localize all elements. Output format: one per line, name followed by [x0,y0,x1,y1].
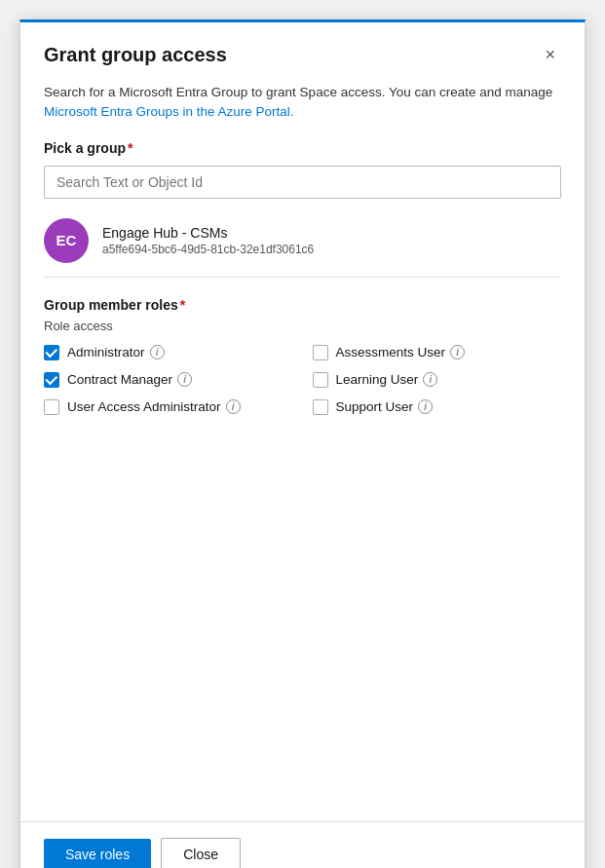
close-icon-button[interactable]: × [539,42,561,67]
save-roles-button[interactable]: Save roles [44,839,151,868]
role-item-contract-manager: Contract Manager i [44,372,293,388]
role-label-contract-manager: Contract Manager i [67,372,192,387]
role-access-label: Role access [44,319,561,333]
grant-group-access-modal: Grant group access × Search for a Micros… [19,19,586,868]
role-label-administrator: Administrator i [67,345,165,359]
group-name: Engage Hub - CSMs [102,225,314,241]
role-item-user-access-administrator: User Access Administrator i [44,399,293,415]
roles-grid: Administrator i Assessments User i [44,345,561,415]
role-label-learning-user: Learning User i [336,372,438,387]
roles-title: Group member roles* [44,297,561,313]
group-id: a5ffe694-5bc6-49d5-81cb-32e1df3061c6 [102,243,314,256]
info-icon-assessments-user[interactable]: i [450,345,465,359]
role-item-support-user: Support User i [313,399,562,415]
modal-footer: Save roles Close [20,821,585,868]
role-label-support-user: Support User i [336,399,434,414]
description-text: Search for a Microsoft Entra Group to gr… [44,83,561,123]
modal-body: Search for a Microsoft Entra Group to gr… [20,79,585,821]
pick-group-label: Pick a group* [44,140,561,156]
info-icon-contract-manager[interactable]: i [177,372,192,387]
required-star: * [128,140,132,156]
checkbox-support-user[interactable] [313,399,328,415]
modal-header: Grant group access × [20,22,585,79]
checkbox-learning-user[interactable] [313,372,328,388]
role-item-learning-user: Learning User i [313,372,562,388]
info-icon-support-user[interactable]: i [418,399,433,414]
info-icon-administrator[interactable]: i [150,345,165,359]
role-label-user-access-administrator: User Access Administrator i [67,399,241,414]
roles-section: Group member roles* Role access Administ… [44,297,561,415]
checkbox-assessments-user[interactable] [313,345,328,360]
checkbox-user-access-administrator[interactable] [44,399,59,415]
roles-required-star: * [180,297,185,313]
role-label-assessments-user: Assessments User i [336,345,466,359]
checkbox-administrator[interactable] [44,345,59,360]
group-avatar: EC [44,218,89,263]
info-icon-learning-user[interactable]: i [423,372,437,387]
search-input[interactable] [44,166,561,199]
group-info: Engage Hub - CSMs a5ffe694-5bc6-49d5-81c… [102,225,314,256]
close-button[interactable]: Close [161,838,241,868]
checkbox-contract-manager[interactable] [44,372,59,388]
azure-portal-link[interactable]: Microsoft Entra Groups in the Azure Port… [44,104,294,119]
role-item-assessments-user: Assessments User i [313,345,562,360]
modal-title: Grant group access [44,44,227,66]
info-icon-user-access-administrator[interactable]: i [226,399,241,414]
role-item-administrator: Administrator i [44,345,293,360]
selected-group-item: EC Engage Hub - CSMs a5ffe694-5bc6-49d5-… [44,205,561,278]
